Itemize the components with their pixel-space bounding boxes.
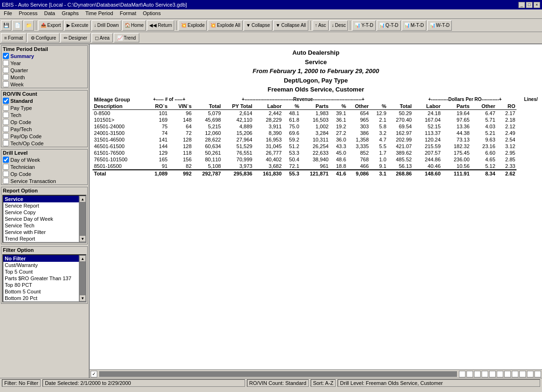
menu-file[interactable]: File xyxy=(1,10,15,18)
ro-pay-tech[interactable]: Pay/Tech xyxy=(1,125,87,133)
ro-pay-op-code[interactable]: Pay/Op Code xyxy=(1,133,87,140)
filter-cust-warranty[interactable]: Cust/Warranty xyxy=(3,262,79,268)
time-summary[interactable]: Summary xyxy=(1,52,87,59)
standard-checkbox[interactable] xyxy=(3,98,9,104)
report-service-filter[interactable]: Service with Filter xyxy=(3,229,79,235)
tech-checkbox[interactable] xyxy=(3,112,9,118)
filter-top80-pct[interactable]: Top 80 PCT xyxy=(3,282,79,288)
report-service-copy[interactable]: Service Copy xyxy=(3,209,79,216)
filter-scroll-down[interactable]: ▼ xyxy=(79,295,86,301)
ro-tech-op-code[interactable]: Tech/Op Code xyxy=(1,140,87,147)
menu-process[interactable]: Process xyxy=(16,10,41,18)
ro-op-code[interactable]: Op Code xyxy=(1,118,87,125)
area-button[interactable]: ◻ Area xyxy=(92,33,113,42)
filter-parts-ro[interactable]: Parts $RO Greater Than 137 xyxy=(3,275,79,282)
time-month[interactable]: Month xyxy=(1,74,87,81)
time-year[interactable]: Year xyxy=(1,59,87,67)
export-button[interactable]: 📤 Export xyxy=(38,20,63,31)
filter-no-filter[interactable]: No Filter xyxy=(3,255,79,262)
year-checkbox[interactable] xyxy=(3,60,9,66)
explode-all-button[interactable]: 💥 Explode All xyxy=(208,20,242,31)
menu-data[interactable]: Data xyxy=(41,10,58,18)
wtd-button[interactable]: 📊 W-T-D xyxy=(427,20,452,31)
collapse-all-button[interactable]: ▼ Collapse All xyxy=(273,20,308,31)
return-button[interactable]: ◀◀ Return xyxy=(147,20,174,31)
pay-type-checkbox[interactable] xyxy=(3,105,9,111)
explode-button[interactable]: 💥 Explode xyxy=(178,20,207,31)
pay-tech-checkbox[interactable] xyxy=(3,126,9,132)
ro-tech[interactable]: Tech xyxy=(1,111,87,118)
drill-service-transaction[interactable]: Service Transaction xyxy=(1,177,87,184)
filter-scroll-track[interactable] xyxy=(79,262,85,295)
report-trend[interactable]: Trend Report xyxy=(3,235,79,242)
month-checkbox[interactable] xyxy=(3,74,9,80)
scroll-check-2[interactable] xyxy=(459,371,466,377)
scroll-check-5[interactable] xyxy=(482,371,488,377)
filter-bottom5-count[interactable]: Bottom 5 Count xyxy=(3,288,79,295)
drill-down-button[interactable]: ↓ Drill Down xyxy=(92,20,121,31)
scroll-check-8[interactable] xyxy=(504,371,511,377)
pay-op-code-checkbox[interactable] xyxy=(3,133,9,139)
desc-button[interactable]: ↓ Desc xyxy=(330,20,348,31)
drill-technician[interactable]: Technician xyxy=(1,163,87,170)
report-scroll-up[interactable]: ▲ xyxy=(79,196,86,202)
cell-dpr-total: 202.99 xyxy=(388,136,413,143)
report-service-day[interactable]: Service Day of Week xyxy=(3,216,79,222)
filter-bottom20-pct[interactable]: Bottom 20 Pct xyxy=(3,295,79,301)
scroll-check-9[interactable] xyxy=(512,371,518,377)
tech-op-code-checkbox[interactable] xyxy=(3,140,9,146)
close-button[interactable]: × xyxy=(534,2,540,8)
menu-time-period[interactable]: Time Period xyxy=(83,10,116,18)
quarter-checkbox[interactable] xyxy=(3,67,9,73)
ro-pay-type[interactable]: Pay Type xyxy=(1,104,87,111)
report-service-tech[interactable]: Service Tech xyxy=(3,222,79,229)
cell-desc: 24001-31500 xyxy=(93,130,145,136)
drill-day-of-week[interactable]: Day of Week xyxy=(1,156,87,163)
day-of-week-checkbox[interactable] xyxy=(3,157,9,163)
menu-format[interactable]: Format xyxy=(117,10,139,18)
scroll-check-10[interactable] xyxy=(519,371,526,377)
report-service-report[interactable]: Service Report xyxy=(3,202,79,209)
time-quarter[interactable]: Quarter xyxy=(1,67,87,74)
menu-graphs[interactable]: Graphs xyxy=(59,10,82,18)
asc-button[interactable]: ↑ Asc xyxy=(313,20,329,31)
ro-standard[interactable]: Standard xyxy=(1,97,87,104)
mtd-button[interactable]: 📊 M-T-D xyxy=(402,20,426,31)
scroll-check-7[interactable] xyxy=(497,371,503,377)
drill-op-code-checkbox[interactable] xyxy=(3,171,9,177)
scroll-check-6[interactable] xyxy=(489,371,496,377)
op-code-checkbox[interactable] xyxy=(3,119,9,125)
scroll-check-3[interactable] xyxy=(466,371,473,377)
report-scroll-track[interactable] xyxy=(79,202,85,235)
ytd-button[interactable]: 📊 Y-T-D xyxy=(352,20,375,31)
execute-button[interactable]: ▶ Execute xyxy=(64,20,91,31)
summary-checkbox[interactable] xyxy=(3,53,9,59)
scroll-check-1[interactable] xyxy=(91,371,97,377)
designer-button[interactable]: ✏ Designer xyxy=(60,33,91,42)
trend-button[interactable]: 📈 Trend xyxy=(114,33,139,42)
new-button[interactable]: 📄 xyxy=(12,20,23,31)
filter-scroll-up[interactable]: ▲ xyxy=(79,255,86,262)
maximize-button[interactable]: □ xyxy=(526,2,533,8)
time-week[interactable]: Week xyxy=(1,81,87,88)
save-button[interactable]: 💾 xyxy=(1,20,11,31)
home-button[interactable]: 🏠 Home xyxy=(122,20,146,31)
menu-options[interactable]: Options xyxy=(140,10,164,18)
report-service[interactable]: Service xyxy=(3,196,79,202)
h-scroll-track[interactable] xyxy=(99,371,457,377)
scroll-check-12[interactable] xyxy=(534,371,541,377)
report-scroll-down[interactable]: ▼ xyxy=(79,235,86,242)
configure-button[interactable]: ⚙ Configure xyxy=(27,33,59,42)
scroll-check-11[interactable] xyxy=(527,371,534,377)
week-checkbox[interactable] xyxy=(3,81,9,87)
filter-top5-count[interactable]: Top 5 Count xyxy=(3,268,79,275)
format-button[interactable]: ≡ Format xyxy=(1,33,26,42)
drill-op-code[interactable]: Op Code xyxy=(1,170,87,177)
technician-checkbox[interactable] xyxy=(3,164,9,170)
service-transaction-checkbox[interactable] xyxy=(3,178,9,184)
scroll-check-4[interactable] xyxy=(474,371,481,377)
open-button[interactable]: 📁 xyxy=(24,20,34,31)
minimize-button[interactable]: _ xyxy=(518,2,525,8)
collapse-button[interactable]: ▼ Collapse xyxy=(244,20,272,31)
qtd-button[interactable]: 📊 Q-T-D xyxy=(377,20,401,31)
